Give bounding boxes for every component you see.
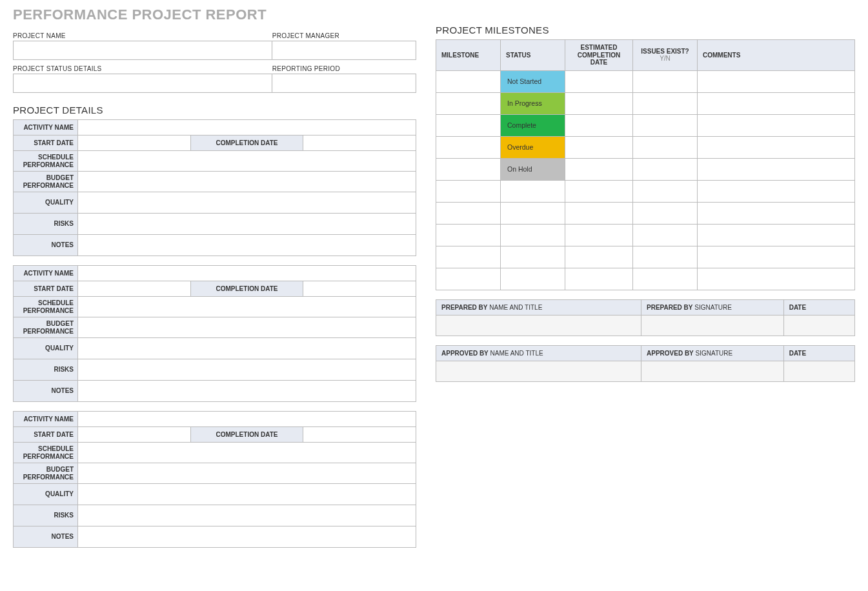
status-cell[interactable] [501, 224, 565, 246]
milestone-cell[interactable] [436, 268, 501, 290]
prepared-by-name-label: PREPARED BY NAME AND TITLE [436, 299, 641, 315]
status-cell[interactable] [501, 180, 565, 202]
schedule-perf-input[interactable] [78, 443, 416, 463]
approved-by-date-input[interactable] [783, 361, 854, 381]
quality-input[interactable] [78, 192, 416, 214]
start-date-input[interactable] [78, 135, 191, 151]
budget-perf-label: BUDGET PERFORMANCE [14, 317, 78, 338]
prepared-by-sig-input[interactable] [641, 315, 784, 336]
ecd-cell[interactable] [565, 246, 633, 268]
milestone-cell[interactable] [436, 158, 501, 180]
milestone-cell[interactable] [436, 246, 501, 268]
risks-input[interactable] [78, 505, 416, 526]
notes-input[interactable] [78, 235, 416, 256]
milestone-cell[interactable] [436, 224, 501, 246]
comments-cell[interactable] [698, 224, 855, 246]
issues-cell[interactable] [633, 136, 698, 158]
ecd-cell[interactable] [565, 180, 633, 202]
comments-cell[interactable] [698, 180, 855, 202]
risks-input[interactable] [78, 359, 416, 381]
quality-input[interactable] [78, 338, 416, 359]
comments-cell[interactable] [698, 158, 855, 180]
milestone-cell[interactable] [436, 114, 501, 136]
approved-by-name-input[interactable] [436, 361, 641, 381]
budget-perf-input[interactable] [78, 317, 416, 338]
ecd-cell[interactable] [565, 158, 633, 180]
status-cell[interactable] [501, 202, 565, 224]
risks-input[interactable] [78, 214, 416, 235]
project-name-input[interactable] [13, 41, 272, 60]
comments-cell[interactable] [698, 136, 855, 158]
prepared-by-name-input[interactable] [436, 315, 641, 336]
quality-label: QUALITY [14, 484, 78, 505]
completion-date-input[interactable] [303, 427, 416, 443]
issues-cell[interactable] [633, 70, 698, 92]
col-ecd: ESTIMATED COMPLETION DATE [565, 40, 633, 71]
start-date-input[interactable] [78, 281, 191, 297]
quality-label: QUALITY [14, 192, 78, 214]
milestone-cell[interactable] [436, 136, 501, 158]
risks-label: RISKS [14, 359, 78, 381]
start-date-input[interactable] [78, 427, 191, 443]
budget-perf-input[interactable] [78, 463, 416, 484]
notes-label: NOTES [14, 526, 78, 548]
status-cell[interactable] [501, 246, 565, 268]
notes-input[interactable] [78, 526, 416, 548]
comments-cell[interactable] [698, 268, 855, 290]
issues-cell[interactable] [633, 158, 698, 180]
quality-input[interactable] [78, 484, 416, 505]
activity-name-input[interactable] [78, 120, 416, 135]
approved-by-sig-input[interactable] [641, 361, 784, 381]
table-row: Complete [436, 114, 855, 136]
table-row [436, 180, 855, 202]
table-row [436, 268, 855, 290]
activity-name-input[interactable] [78, 412, 416, 427]
issues-cell[interactable] [633, 246, 698, 268]
issues-cell[interactable] [633, 202, 698, 224]
comments-cell[interactable] [698, 114, 855, 136]
comments-cell[interactable] [698, 246, 855, 268]
ecd-cell[interactable] [565, 136, 633, 158]
status-cell[interactable]: Overdue [501, 136, 565, 158]
reporting-period-input[interactable] [272, 74, 416, 93]
status-cell[interactable] [501, 268, 565, 290]
activity-block: ACTIVITY NAME START DATE COMPLETION DATE… [13, 265, 416, 402]
status-cell[interactable]: Complete [501, 114, 565, 136]
milestone-cell[interactable] [436, 180, 501, 202]
ecd-cell[interactable] [565, 268, 633, 290]
table-row [436, 202, 855, 224]
ecd-cell[interactable] [565, 92, 633, 114]
comments-cell[interactable] [698, 70, 855, 92]
budget-perf-input[interactable] [78, 172, 416, 192]
schedule-perf-input[interactable] [78, 297, 416, 317]
completion-date-input[interactable] [303, 281, 416, 297]
activity-name-label: ACTIVITY NAME [14, 412, 78, 427]
issues-cell[interactable] [633, 114, 698, 136]
milestone-cell[interactable] [436, 92, 501, 114]
issues-cell[interactable] [633, 180, 698, 202]
milestone-cell[interactable] [436, 70, 501, 92]
project-details-heading: PROJECT DETAILS [13, 105, 416, 115]
completion-date-input[interactable] [303, 135, 416, 151]
ecd-cell[interactable] [565, 70, 633, 92]
ecd-cell[interactable] [565, 202, 633, 224]
activity-name-input[interactable] [78, 266, 416, 281]
status-cell[interactable]: In Progress [501, 92, 565, 114]
ecd-cell[interactable] [565, 224, 633, 246]
comments-cell[interactable] [698, 92, 855, 114]
project-manager-input[interactable] [272, 41, 416, 60]
issues-cell[interactable] [633, 224, 698, 246]
notes-input[interactable] [78, 381, 416, 402]
activity-name-label: ACTIVITY NAME [14, 266, 78, 281]
schedule-perf-input[interactable] [78, 151, 416, 172]
issues-cell[interactable] [633, 268, 698, 290]
status-cell[interactable]: On Hold [501, 158, 565, 180]
issues-cell[interactable] [633, 92, 698, 114]
schedule-perf-label: SCHEDULE PERFORMANCE [14, 443, 78, 463]
ecd-cell[interactable] [565, 114, 633, 136]
comments-cell[interactable] [698, 202, 855, 224]
status-cell[interactable]: Not Started [501, 70, 565, 92]
status-details-input[interactable] [13, 74, 272, 93]
milestone-cell[interactable] [436, 202, 501, 224]
prepared-by-date-input[interactable] [783, 315, 854, 336]
